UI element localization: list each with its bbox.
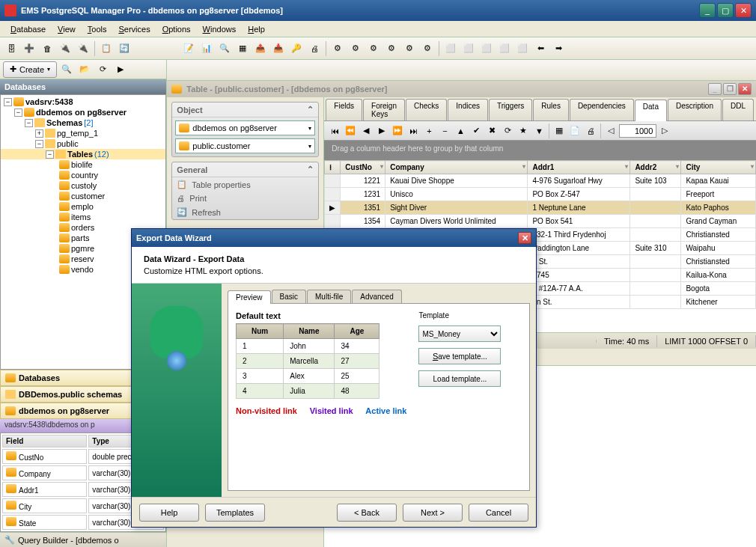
tb-tool4-icon[interactable]: ⚙ — [383, 40, 400, 57]
nav-nextpage-icon[interactable]: ⏩ — [390, 123, 405, 138]
tab-indices[interactable]: Indices — [448, 99, 488, 120]
menu-tools[interactable]: Tools — [82, 23, 113, 35]
back-button[interactable]: < Back — [337, 504, 397, 522]
tab-data[interactable]: Data — [635, 100, 667, 121]
tb-print-icon[interactable]: 🖨 — [306, 40, 323, 57]
tree-schemas[interactable]: −Schemas [2] — [1, 117, 165, 128]
tb-refresh-icon[interactable]: 🔄 — [116, 40, 132, 57]
left-tb4-icon[interactable]: ▶ — [112, 61, 129, 78]
tb-disconnect-icon[interactable]: 🔌 — [75, 40, 91, 57]
col-city[interactable]: City▾ — [681, 161, 756, 174]
nav-pgnext-icon[interactable]: ▷ — [657, 123, 672, 138]
tb-tool5-icon[interactable]: ⚙ — [401, 40, 418, 57]
tb-sql-icon[interactable]: 📝 — [180, 40, 197, 57]
db-combo[interactable]: dbdemos on pg8server▾ — [175, 120, 315, 135]
nav-grid-icon[interactable]: ▦ — [552, 123, 567, 138]
tb-tool1-icon[interactable]: ⚙ — [329, 40, 346, 57]
tree-table-emplo[interactable]: emplo — [1, 201, 165, 212]
left-tb2-icon[interactable]: 📂 — [76, 61, 93, 78]
collapse-icon[interactable]: ⌃ — [307, 165, 314, 174]
tree-table-custoly[interactable]: custoly — [1, 180, 165, 191]
table-row[interactable]: ▶1351Sight Diver1 Neptune LaneKato Papho… — [325, 201, 756, 215]
nav-add-icon[interactable]: + — [421, 123, 436, 138]
tb-prev-icon[interactable]: ⬅ — [532, 40, 549, 57]
tab-rules[interactable]: Rules — [533, 99, 569, 120]
tb-win5-icon[interactable]: ⬜ — [514, 40, 531, 57]
group-bar[interactable]: Drag a column header here to group by th… — [324, 141, 756, 160]
tb-win2-icon[interactable]: ⬜ — [460, 40, 477, 57]
template-select[interactable]: MS_Money — [418, 326, 501, 342]
tab-triggers[interactable]: Triggers — [489, 99, 532, 120]
collapse-icon[interactable]: ⌃ — [307, 105, 314, 114]
table-row[interactable]: 1354Cayman Divers World UnlimitedPO Box … — [325, 215, 756, 228]
close-button[interactable]: ✕ — [735, 3, 752, 18]
dtab-preview[interactable]: Preview — [228, 290, 271, 304]
tree-table-biolife[interactable]: biolife — [1, 159, 165, 170]
nav-cancel-icon[interactable]: ✖ — [484, 123, 499, 138]
col-custno[interactable]: CustNo▾ — [341, 161, 385, 174]
nav-last-icon[interactable]: ⏭ — [406, 123, 421, 138]
menu-database[interactable]: Database — [4, 23, 52, 35]
load-template-button[interactable]: Load template... — [418, 370, 501, 387]
tb-win1-icon[interactable]: ⬜ — [442, 40, 459, 57]
nav-pgprev-icon[interactable]: ◁ — [603, 123, 618, 138]
tb-add-icon[interactable]: ➕ — [21, 40, 37, 57]
tab-foreign-keys[interactable]: Foreign Keys — [363, 99, 405, 120]
left-tb3-icon[interactable]: ⟳ — [94, 61, 111, 78]
table-combo[interactable]: public.customer▾ — [175, 138, 315, 153]
tree-db[interactable]: −dbdemos on pg8server — [1, 107, 165, 117]
tb-table-icon[interactable]: ▦ — [234, 40, 251, 57]
col-addr2[interactable]: Addr2▾ — [630, 161, 681, 174]
tree-table-items[interactable]: items — [1, 212, 165, 222]
table-row[interactable]: 1221Kauai Dive Shoppe4-976 Sugarloaf Hwy… — [325, 174, 756, 188]
tab-checks[interactable]: Checks — [406, 99, 447, 120]
tab-fields[interactable]: Fields — [326, 99, 362, 120]
menu-options[interactable]: Options — [156, 23, 197, 35]
tb-tool3-icon[interactable]: ⚙ — [365, 40, 382, 57]
help-button[interactable]: Help — [139, 504, 199, 522]
nav-print-icon[interactable]: 🖨 — [583, 123, 598, 138]
inner-restore-button[interactable]: ❐ — [723, 83, 737, 95]
link-table-properties[interactable]: 📋Table properties — [172, 177, 318, 192]
nav-prevpage-icon[interactable]: ⏪ — [343, 123, 358, 138]
nav-next-icon[interactable]: ▶ — [374, 123, 389, 138]
tb-import-icon[interactable]: 📥 — [270, 40, 287, 57]
nav-refresh-icon[interactable]: ⟳ — [500, 123, 515, 138]
tab-description[interactable]: Description — [668, 99, 722, 120]
dtab-basic[interactable]: Basic — [272, 290, 306, 303]
tb-remove-icon[interactable]: 🗑 — [39, 40, 55, 57]
tb-export-icon[interactable]: 📤 — [252, 40, 269, 57]
tab-dependencies[interactable]: Dependencies — [570, 99, 634, 120]
page-number-input[interactable] — [619, 124, 656, 138]
inner-close-button[interactable]: ✕ — [738, 83, 752, 95]
minimize-button[interactable]: _ — [699, 3, 716, 18]
dialog-close-button[interactable]: ✕ — [518, 232, 531, 244]
tb-connect-icon[interactable]: 🔌 — [57, 40, 73, 57]
cancel-button[interactable]: Cancel — [469, 504, 528, 522]
tb-query-icon[interactable]: 🔍 — [216, 40, 233, 57]
nav-edit-icon[interactable]: ▲ — [453, 123, 468, 138]
tb-grant-icon[interactable]: 🔑 — [288, 40, 305, 57]
tree-table-country[interactable]: country — [1, 170, 165, 180]
nav-bookmark-icon[interactable]: ★ — [516, 123, 531, 138]
tb-tool2-icon[interactable]: ⚙ — [347, 40, 364, 57]
tb-new-db-icon[interactable]: 🗄 — [3, 40, 19, 57]
tree-table-customer[interactable]: customer — [1, 191, 165, 201]
nav-delete-icon[interactable]: − — [437, 123, 452, 138]
templates-button[interactable]: Templates — [205, 504, 265, 522]
col-company[interactable]: Company▾ — [385, 161, 528, 174]
maximize-button[interactable]: ▢ — [717, 3, 734, 18]
link-print[interactable]: 🖨Print — [172, 192, 318, 205]
left-tb1-icon[interactable]: 🔍 — [58, 61, 75, 78]
dtab-advanced[interactable]: Advanced — [352, 290, 401, 303]
tb-win3-icon[interactable]: ⬜ — [478, 40, 495, 57]
tab-ddl[interactable]: DDL — [722, 99, 754, 120]
tb-next-icon[interactable]: ➡ — [550, 40, 567, 57]
tb-props-icon[interactable]: 📋 — [98, 40, 115, 57]
create-button[interactable]: ✚ Create ▾ — [3, 61, 57, 78]
dtab-multi-file[interactable]: Multi-file — [307, 290, 351, 303]
menu-view[interactable]: View — [52, 23, 82, 35]
link-refresh[interactable]: 🔄Refresh — [172, 205, 318, 219]
inner-min-button[interactable]: _ — [708, 83, 722, 95]
col-addr1[interactable]: Addr1▾ — [528, 161, 630, 174]
